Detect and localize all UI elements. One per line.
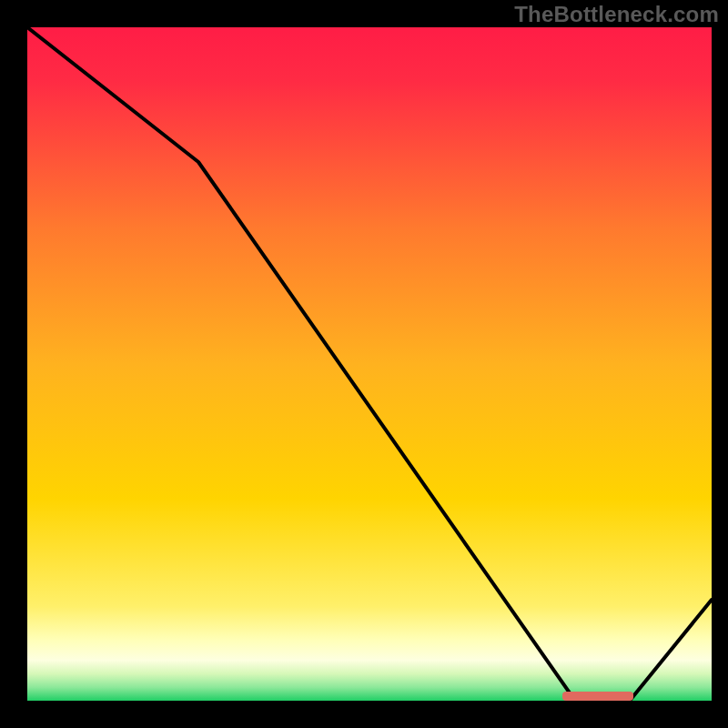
chart-svg (27, 27, 712, 701)
chart-frame: TheBottleneck.com (0, 0, 728, 728)
plot-area (27, 27, 712, 701)
watermark-text: TheBottleneck.com (514, 2, 719, 27)
gradient-background (27, 27, 712, 701)
highlight-marker (562, 692, 633, 701)
